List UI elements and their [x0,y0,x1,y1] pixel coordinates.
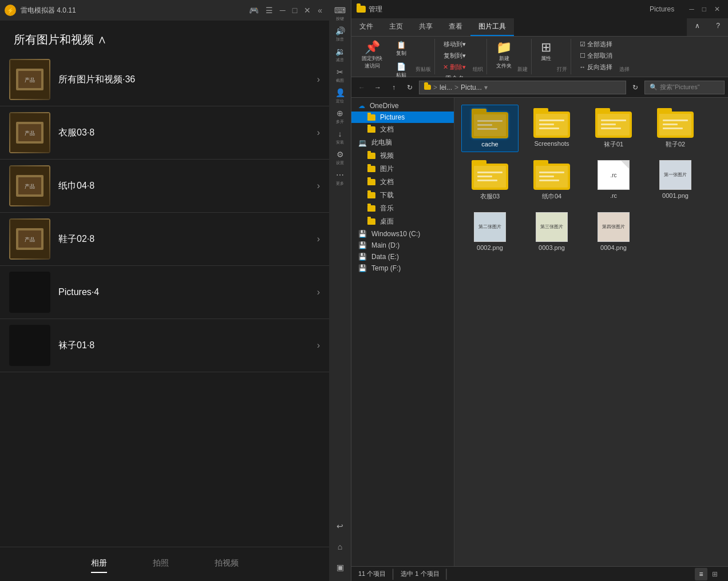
album-item[interactable]: 产品鞋子02·8› [0,213,329,266]
back-btn[interactable]: ← [355,81,369,94]
minimize-icon[interactable]: ─ [278,6,288,15]
tree-item[interactable]: 💾Data (E:) [351,251,454,262]
file-item[interactable]: .rc.rc [585,157,642,204]
menu-icon[interactable]: ☰ [263,6,275,15]
sidebar-btn-multi[interactable]: ⊕ 多开 [331,108,349,126]
tree-item[interactable]: 下载 [351,189,454,202]
file-item[interactable]: cache [461,105,519,152]
ribbon-btn-delete[interactable]: ✕ 删除▾ [440,62,469,73]
path-folder-icon [424,85,431,90]
collapse-icon[interactable]: « [315,6,325,15]
file-item[interactable]: 纸巾04 [523,157,580,204]
explorer-close-btn[interactable]: ✕ [711,4,723,14]
tab-photo[interactable]: 拍照 [153,558,169,571]
maximize-icon[interactable]: □ [290,6,299,15]
album-item[interactable]: 产品纸巾04·8› [0,160,329,213]
tab-album[interactable]: 相册 [91,558,107,571]
sidebar-btn-install[interactable]: ↓ 安装 [331,128,349,146]
tree-item[interactable]: 💻此电脑 [351,136,454,149]
refresh-btn[interactable]: ↻ [403,81,417,94]
tree-item[interactable]: 桌面 [351,215,454,228]
file-item[interactable]: 第三张图片 0003.png [523,209,580,254]
view-btn-details[interactable]: ≡ [695,568,707,580]
album-info: 纸巾04·8 [58,180,309,192]
file-label: 袜子01 [604,140,623,149]
album-arrow-icon: › [317,181,320,191]
tree-item[interactable]: ☁OneDrive [351,100,454,112]
file-item[interactable]: 第一张图片 0001.png [647,157,704,204]
album-item[interactable]: 袜子01·8› [0,319,329,372]
file-label: cache [481,141,498,148]
path-refresh-btn[interactable]: ↻ [628,81,642,94]
explorer-title-actions: ─ □ ✕ [686,4,723,14]
tree-item[interactable]: 💾Temp (F:) [351,262,454,274]
ribbon-btn-new-folder[interactable]: 📁 新建文件夹 [492,39,516,72]
gamepad-icon[interactable]: 🎮 [247,6,261,15]
thumbnail-image: 产品 [9,59,50,100]
tree-item[interactable]: 💾Main (D:) [351,240,454,251]
ribbon-group-organize: 移动到▾ 复制到▾ ✕ 删除▾ 重命名 组织 [436,39,487,74]
close-icon[interactable]: ✕ [302,6,313,15]
sidebar-btn-home[interactable]: ⌂ [331,538,349,556]
sidebar-btn-recent[interactable]: ▣ [331,558,349,576]
file-label: .rc [610,192,617,199]
ribbon-btn-invert-selection[interactable]: ↔ 反向选择 [576,62,616,73]
ribbon-collapse-btn[interactable]: ∧ [687,18,708,36]
tree-item[interactable]: 文档 [351,123,454,136]
ribbon-tab-picture-tools[interactable]: 图片工具 [470,18,514,36]
explorer-panel: 管理 Pictures ─ □ ✕ 文件 主页 共享 查看 图片工具 ∧ ? 📌 [351,0,728,581]
forward-btn[interactable]: → [371,81,385,94]
ribbon-btn-properties[interactable]: ⊞ 属性 [536,39,556,65]
emulator-app-icon: ⚡ [5,5,16,16]
ribbon-tab-file[interactable]: 文件 [351,18,381,36]
ribbon-btn-copy[interactable]: 📋 复制 [388,39,414,59]
sidebar-btn-location[interactable]: 👤 定位 [331,87,349,105]
pin-icon: 📌 [365,41,380,54]
tree-label: 文档 [380,125,394,134]
ribbon-tab-share[interactable]: 共享 [411,18,441,36]
file-item[interactable]: Screenshots [523,105,580,152]
file-label: 衣服03 [480,192,500,201]
file-item[interactable]: 袜子01 [585,105,642,152]
tree-item[interactable]: 音乐 [351,202,454,215]
tab-video[interactable]: 拍视频 [215,558,239,571]
explorer-minimize-btn[interactable]: ─ [686,4,698,14]
sidebar-btn-more[interactable]: ⋯ 更多 [331,169,349,188]
album-item[interactable]: Pictures·4› [0,266,329,319]
ribbon-btn-copy-to[interactable]: 复制到▾ [440,50,469,61]
sidebar-btn-back[interactable]: ↩ [331,517,349,535]
ribbon-btn-pin[interactable]: 📌 固定到快速访问 [357,39,387,72]
tree-item[interactable]: 视频 [351,149,454,162]
path-dropdown-icon[interactable]: ▾ [484,83,488,91]
ribbon-tab-home[interactable]: 主页 [381,18,411,36]
tree-item[interactable]: Pictures [351,112,454,123]
up-btn[interactable]: ↑ [387,81,401,94]
album-arrow-icon: › [317,234,320,244]
ribbon-help-btn[interactable]: ? [708,18,728,36]
file-item[interactable]: 第二张图片 0002.png [461,209,519,254]
album-item[interactable]: 产品衣服03·8› [0,106,329,160]
sidebar-btn-volume-down[interactable]: 🔉 减音 [331,46,349,64]
back-icon: ↩ [335,522,345,531]
sidebar-btn-settings[interactable]: ⚙ 设置 [331,149,349,167]
ribbon-tab-view[interactable]: 查看 [441,18,470,36]
sidebar-btn-screenshot[interactable]: ✂ 截图 [331,66,349,85]
address-path[interactable]: > lei... > Pictu... ▾ [419,81,626,94]
file-item[interactable]: 衣服03 [461,157,519,204]
ribbon-btn-select-all[interactable]: ☑ 全部选择 [576,39,616,50]
tree-item[interactable]: 💾Windows10 (C:) [351,228,454,240]
album-arrow-icon: › [317,340,320,351]
tree-item[interactable]: 文档 [351,176,454,189]
sidebar-btn-volume-up[interactable]: 🔊 加音 [331,25,349,43]
ribbon-btn-deselect-all[interactable]: ☐ 全部取消 [576,50,616,61]
ribbon-btn-move-to[interactable]: 移动到▾ [440,39,469,50]
sidebar-btn-keyboard[interactable]: ⌨ 按键 [331,5,349,23]
tree-item[interactable]: 图片 [351,162,454,176]
search-box[interactable]: 🔍 搜索"Pictures" [644,81,725,94]
album-header[interactable]: 所有图片和视频 ∧ [0,21,329,53]
explorer-maximize-btn[interactable]: □ [699,4,710,14]
file-item[interactable]: 鞋子02 [647,105,704,152]
file-item[interactable]: 第四张图片 0004.png [585,209,642,254]
view-btn-grid[interactable]: ⊞ [709,568,721,580]
album-item[interactable]: 产品所有图片和视频·36› [0,53,329,106]
